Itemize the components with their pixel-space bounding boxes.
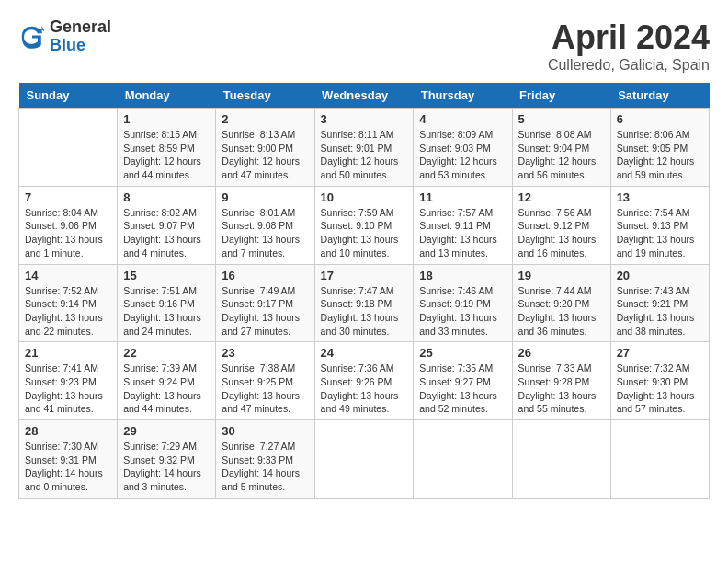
day-number: 2 — [222, 112, 308, 126]
day-number: 11 — [419, 190, 506, 204]
day-number: 6 — [617, 112, 703, 126]
day-number: 7 — [25, 190, 111, 204]
day-info: Sunrise: 8:04 AM Sunset: 9:06 PM Dayligh… — [25, 206, 111, 260]
day-number: 27 — [617, 346, 703, 360]
column-header-sunday: Sunday — [19, 83, 118, 109]
column-header-thursday: Thursday — [414, 83, 512, 109]
day-info: Sunrise: 7:32 AM Sunset: 9:30 PM Dayligh… — [617, 362, 703, 416]
day-info: Sunrise: 7:52 AM Sunset: 9:14 PM Dayligh… — [25, 284, 111, 339]
column-header-saturday: Saturday — [610, 83, 709, 109]
day-cell: 24Sunrise: 7:36 AM Sunset: 9:26 PM Dayli… — [314, 342, 414, 420]
day-number: 21 — [25, 346, 111, 360]
column-header-monday: Monday — [118, 83, 216, 109]
day-cell: 10Sunrise: 7:59 AM Sunset: 9:10 PM Dayli… — [314, 186, 414, 264]
day-number: 5 — [518, 112, 605, 126]
day-cell: 23Sunrise: 7:38 AM Sunset: 9:25 PM Dayli… — [216, 342, 314, 420]
day-number: 20 — [617, 269, 703, 282]
day-info: Sunrise: 7:49 AM Sunset: 9:17 PM Dayligh… — [222, 284, 308, 339]
day-info: Sunrise: 7:30 AM Sunset: 9:31 PM Dayligh… — [25, 440, 111, 494]
day-number: 12 — [518, 190, 605, 204]
week-row-1: 1Sunrise: 8:15 AM Sunset: 8:59 PM Daylig… — [19, 109, 710, 187]
day-info: Sunrise: 8:08 AM Sunset: 9:04 PM Dayligh… — [518, 128, 605, 182]
logo: General Blue — [18, 18, 111, 55]
day-cell — [414, 420, 512, 499]
day-cell: 29Sunrise: 7:29 AM Sunset: 9:32 PM Dayli… — [118, 420, 216, 499]
day-number: 13 — [617, 190, 703, 204]
day-info: Sunrise: 8:13 AM Sunset: 9:00 PM Dayligh… — [222, 128, 308, 182]
day-cell: 15Sunrise: 7:51 AM Sunset: 9:16 PM Dayli… — [118, 264, 216, 342]
day-number: 30 — [222, 424, 308, 438]
day-number: 28 — [25, 424, 111, 438]
day-number: 1 — [123, 112, 210, 126]
location: Culleredo, Galicia, Spain — [548, 57, 710, 74]
day-cell: 17Sunrise: 7:47 AM Sunset: 9:18 PM Dayli… — [314, 264, 414, 342]
month-title: April 2024 — [548, 18, 710, 57]
day-number: 3 — [321, 112, 408, 126]
day-cell: 25Sunrise: 7:35 AM Sunset: 9:27 PM Dayli… — [414, 342, 512, 420]
day-cell: 4Sunrise: 8:09 AM Sunset: 9:03 PM Daylig… — [414, 109, 512, 187]
column-header-wednesday: Wednesday — [314, 83, 414, 109]
day-info: Sunrise: 8:09 AM Sunset: 9:03 PM Dayligh… — [419, 128, 506, 182]
week-row-2: 7Sunrise: 8:04 AM Sunset: 9:06 PM Daylig… — [19, 186, 710, 264]
column-header-friday: Friday — [512, 83, 610, 109]
day-number: 22 — [123, 346, 210, 360]
day-info: Sunrise: 7:54 AM Sunset: 9:13 PM Dayligh… — [617, 206, 703, 260]
day-info: Sunrise: 8:15 AM Sunset: 8:59 PM Dayligh… — [123, 128, 210, 182]
day-info: Sunrise: 8:01 AM Sunset: 9:08 PM Dayligh… — [222, 206, 308, 260]
day-info: Sunrise: 7:56 AM Sunset: 9:12 PM Dayligh… — [518, 206, 605, 260]
day-cell: 27Sunrise: 7:32 AM Sunset: 9:30 PM Dayli… — [610, 342, 709, 420]
day-cell: 8Sunrise: 8:02 AM Sunset: 9:07 PM Daylig… — [118, 186, 216, 264]
day-number: 23 — [222, 346, 308, 360]
day-cell: 28Sunrise: 7:30 AM Sunset: 9:31 PM Dayli… — [19, 420, 118, 499]
day-number: 26 — [518, 346, 605, 360]
day-cell: 22Sunrise: 7:39 AM Sunset: 9:24 PM Dayli… — [118, 342, 216, 420]
day-cell: 21Sunrise: 7:41 AM Sunset: 9:23 PM Dayli… — [19, 342, 118, 420]
day-cell: 9Sunrise: 8:01 AM Sunset: 9:08 PM Daylig… — [216, 186, 314, 264]
day-cell: 26Sunrise: 7:33 AM Sunset: 9:28 PM Dayli… — [512, 342, 610, 420]
column-header-tuesday: Tuesday — [216, 83, 314, 109]
day-info: Sunrise: 8:11 AM Sunset: 9:01 PM Dayligh… — [321, 128, 408, 182]
day-info: Sunrise: 7:35 AM Sunset: 9:27 PM Dayligh… — [419, 362, 506, 416]
day-cell: 12Sunrise: 7:56 AM Sunset: 9:12 PM Dayli… — [512, 186, 610, 264]
day-cell: 7Sunrise: 8:04 AM Sunset: 9:06 PM Daylig… — [19, 186, 118, 264]
day-cell: 30Sunrise: 7:27 AM Sunset: 9:33 PM Dayli… — [216, 420, 314, 499]
day-number: 10 — [321, 190, 408, 204]
day-cell: 5Sunrise: 8:08 AM Sunset: 9:04 PM Daylig… — [512, 109, 610, 187]
day-info: Sunrise: 7:47 AM Sunset: 9:18 PM Dayligh… — [321, 284, 408, 339]
day-info: Sunrise: 7:33 AM Sunset: 9:28 PM Dayligh… — [518, 362, 605, 416]
logo-icon — [18, 23, 46, 51]
week-row-5: 28Sunrise: 7:30 AM Sunset: 9:31 PM Dayli… — [19, 420, 710, 499]
header-row: SundayMondayTuesdayWednesdayThursdayFrid… — [19, 83, 710, 109]
day-info: Sunrise: 7:38 AM Sunset: 9:25 PM Dayligh… — [222, 362, 308, 416]
day-info: Sunrise: 7:51 AM Sunset: 9:16 PM Dayligh… — [123, 284, 210, 339]
day-info: Sunrise: 8:02 AM Sunset: 9:07 PM Dayligh… — [123, 206, 210, 260]
day-number: 18 — [419, 269, 506, 282]
day-cell: 19Sunrise: 7:44 AM Sunset: 9:20 PM Dayli… — [512, 264, 610, 342]
day-number: 29 — [123, 424, 210, 438]
day-info: Sunrise: 7:46 AM Sunset: 9:19 PM Dayligh… — [419, 284, 506, 339]
week-row-4: 21Sunrise: 7:41 AM Sunset: 9:23 PM Dayli… — [19, 342, 710, 420]
day-info: Sunrise: 8:06 AM Sunset: 9:05 PM Dayligh… — [617, 128, 703, 182]
day-cell — [610, 420, 709, 499]
day-number: 25 — [419, 346, 506, 360]
day-cell — [512, 420, 610, 499]
day-info: Sunrise: 7:29 AM Sunset: 9:32 PM Dayligh… — [123, 440, 210, 494]
day-number: 9 — [222, 190, 308, 204]
day-cell: 14Sunrise: 7:52 AM Sunset: 9:14 PM Dayli… — [19, 264, 118, 342]
day-number: 15 — [123, 269, 210, 282]
page-header: General Blue April 2024 Culleredo, Galic… — [18, 18, 710, 74]
logo-blue-text: Blue — [50, 37, 111, 55]
day-cell — [19, 109, 118, 187]
day-info: Sunrise: 7:57 AM Sunset: 9:11 PM Dayligh… — [419, 206, 506, 260]
calendar-table: SundayMondayTuesdayWednesdayThursdayFrid… — [18, 83, 710, 499]
day-number: 14 — [25, 269, 111, 282]
day-info: Sunrise: 7:43 AM Sunset: 9:21 PM Dayligh… — [617, 284, 703, 339]
day-cell: 3Sunrise: 8:11 AM Sunset: 9:01 PM Daylig… — [314, 109, 414, 187]
day-info: Sunrise: 7:59 AM Sunset: 9:10 PM Dayligh… — [321, 206, 408, 260]
day-cell: 1Sunrise: 8:15 AM Sunset: 8:59 PM Daylig… — [118, 109, 216, 187]
day-cell: 20Sunrise: 7:43 AM Sunset: 9:21 PM Dayli… — [610, 264, 709, 342]
day-cell: 2Sunrise: 8:13 AM Sunset: 9:00 PM Daylig… — [216, 109, 314, 187]
day-info: Sunrise: 7:36 AM Sunset: 9:26 PM Dayligh… — [321, 362, 408, 416]
logo-text: General Blue — [50, 18, 111, 55]
title-area: April 2024 Culleredo, Galicia, Spain — [548, 18, 710, 74]
